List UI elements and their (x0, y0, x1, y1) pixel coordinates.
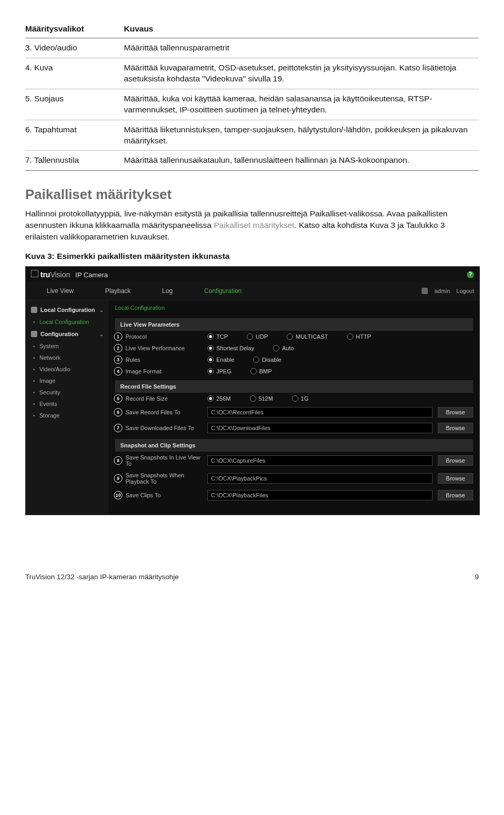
radio-icon (273, 345, 279, 351)
table-row: 5. SuojausMäärittää, kuka voi käyttää ka… (25, 89, 479, 120)
browse-button[interactable]: Browse (438, 423, 473, 433)
radio-option[interactable]: Enable (207, 357, 234, 363)
sidebar-item-storage[interactable]: Storage (26, 410, 109, 421)
radio-option[interactable]: JPEG (207, 368, 232, 374)
setting-label: Protocol (115, 333, 207, 340)
setting-label: Rules (115, 357, 207, 363)
panel-liveview: Live View Parameters (115, 318, 473, 331)
setting-label: Record File Size (115, 395, 207, 402)
brand: truVision IP Camera (31, 270, 108, 279)
footer-left: TruVision 12/32 -sarjan IP-kameran määri… (25, 573, 179, 581)
setting-row: 8Save Snapshots In Live View ToC:\OCX\Ca… (115, 452, 473, 469)
setting-row: 6Save Record Files ToC:\OCX\RecordFilesB… (115, 404, 473, 420)
table-row: 7. TallennustilaMäärittää tallennusaikat… (25, 151, 479, 171)
sidebar-item-video-audio[interactable]: Video/Audio (26, 363, 109, 375)
sidebar-item-image[interactable]: Image (26, 375, 109, 386)
radio-option[interactable]: Shortest Delay (207, 345, 254, 351)
setting-row: 3RulesEnableDisable (115, 354, 473, 365)
radio-option[interactable]: MULTICAST (287, 333, 328, 340)
radio-option[interactable]: 1G (292, 395, 309, 402)
radio-icon (250, 368, 257, 374)
para-gray: Paikalliset määritykset (214, 221, 294, 229)
setting-label: Save Record Files To (115, 409, 207, 415)
sidebar-group-local[interactable]: Local Configuration ⌄ (26, 304, 109, 316)
panel-snapshot: Snapshot and Clip Settings (115, 439, 473, 452)
user-box: admin Logout (422, 288, 474, 294)
wrench-icon (31, 331, 37, 337)
config-screenshot: truVision IP Camera ? Live ViewPlaybackL… (25, 266, 480, 515)
logout-link[interactable]: Logout (456, 288, 474, 294)
def-term: 6. Tapahtumat (25, 120, 124, 151)
setting-row: 4Image FormatJPEGBMP (115, 365, 473, 377)
browse-button[interactable]: Browse (438, 455, 473, 466)
section-heading: Paikalliset määritykset (25, 186, 479, 203)
def-desc: Määrittää, kuka voi käyttää kameraa, hei… (124, 89, 479, 120)
sidebar-item-security[interactable]: Security (26, 386, 109, 398)
setting-label: Save Clips To (115, 492, 207, 498)
path-input[interactable]: C:\OCX\CaptureFiles (207, 455, 433, 466)
sidebar-item-events[interactable]: Events (26, 398, 109, 410)
sidebar-item-network[interactable]: Network (26, 352, 109, 363)
path-input[interactable]: C:\OCX\RecordFiles (207, 407, 433, 417)
radio-icon (207, 395, 214, 402)
def-term: 5. Suojaus (25, 89, 124, 120)
radio-option[interactable]: BMP (250, 368, 272, 374)
tab-configuration[interactable]: Configuration (188, 282, 257, 300)
radio-icon (207, 357, 214, 363)
th-col1: Määritysvalikot (25, 21, 124, 38)
setting-row: 5Record File Size256M512M1G (115, 393, 473, 404)
chevron-down-icon: ⌄ (99, 307, 103, 313)
sidebar-group-config[interactable]: Configuration ⌄ (26, 328, 109, 340)
def-desc: Määrittää kuvaparametrit, OSD-asetukset,… (124, 58, 479, 89)
path-input[interactable]: C:\OCX\PlaybackFiles (207, 490, 433, 500)
browse-button[interactable]: Browse (438, 490, 473, 500)
def-desc: Määrittää tallennusaikataulun, tallennus… (124, 151, 479, 171)
content-panel: Local Configuration Live View Parameters… (109, 300, 479, 515)
setting-row: 1ProtocolTCPUDPMULTICASTHTTP (115, 331, 473, 342)
tab-playback[interactable]: Playback (89, 282, 146, 300)
setting-label: Live View Performance (115, 345, 207, 351)
sidebar: Local Configuration ⌄ Local Configuratio… (26, 300, 109, 515)
radio-option[interactable]: 256M (207, 395, 231, 402)
setting-label: Save Downloaded Files To (115, 425, 207, 431)
titlebar: truVision IP Camera ? (26, 267, 479, 282)
chevron-down-icon: ⌄ (99, 331, 103, 337)
th-col2: Kuvaus (124, 21, 479, 38)
radio-option[interactable]: Disable (253, 357, 281, 363)
table-row: 6. TapahtumatMäärittää liiketunnistuksen… (25, 120, 479, 151)
setting-row: 9Save Snapshots When Playback ToC:\OCX\P… (115, 469, 473, 487)
panel-record: Record File Settings (115, 380, 473, 393)
path-input[interactable]: C:\OCX\DownloadFiles (207, 423, 433, 433)
radio-icon (207, 333, 214, 340)
radio-option[interactable]: 512M (250, 395, 274, 402)
radio-option[interactable]: UDP (247, 333, 268, 340)
breadcrumb: Local Configuration (115, 304, 473, 315)
path-input[interactable]: C:\OCX\PlaybackPics (207, 473, 433, 484)
radio-option[interactable]: TCP (207, 333, 228, 340)
radio-icon (292, 395, 298, 402)
logo-icon (31, 270, 38, 277)
user-name: admin (434, 288, 450, 294)
figure-caption: Kuva 3: Esimerkki paikallisten määrityst… (25, 252, 479, 261)
page-footer: TruVision 12/32 -sarjan IP-kameran määri… (25, 573, 479, 581)
sidebar-item-system[interactable]: System (26, 340, 109, 352)
tab-live-view[interactable]: Live View (31, 282, 89, 300)
radio-icon (253, 357, 259, 363)
def-term: 3. Video/audio (25, 38, 124, 58)
main-tabs: Live ViewPlaybackLogConfiguration admin … (26, 282, 479, 300)
browse-button[interactable]: Browse (438, 473, 473, 484)
setting-label: Save Snapshots In Live View To (115, 454, 207, 467)
def-desc: Määrittää tallennusparametrit (124, 38, 479, 58)
brand-logo: truVision (40, 270, 70, 279)
browse-button[interactable]: Browse (438, 407, 473, 417)
radio-icon (287, 333, 293, 340)
radio-option[interactable]: HTTP (347, 333, 371, 340)
setting-row: 10Save Clips ToC:\OCX\PlaybackFilesBrows… (115, 487, 473, 503)
brand-sub: IP Camera (76, 271, 108, 279)
sidebar-item-local-config[interactable]: Local Configuration (26, 316, 109, 328)
help-icon[interactable]: ? (467, 271, 474, 278)
tab-log[interactable]: Log (146, 282, 188, 300)
radio-icon (347, 333, 353, 340)
radio-option[interactable]: Auto (273, 345, 294, 351)
radio-icon (247, 333, 253, 340)
